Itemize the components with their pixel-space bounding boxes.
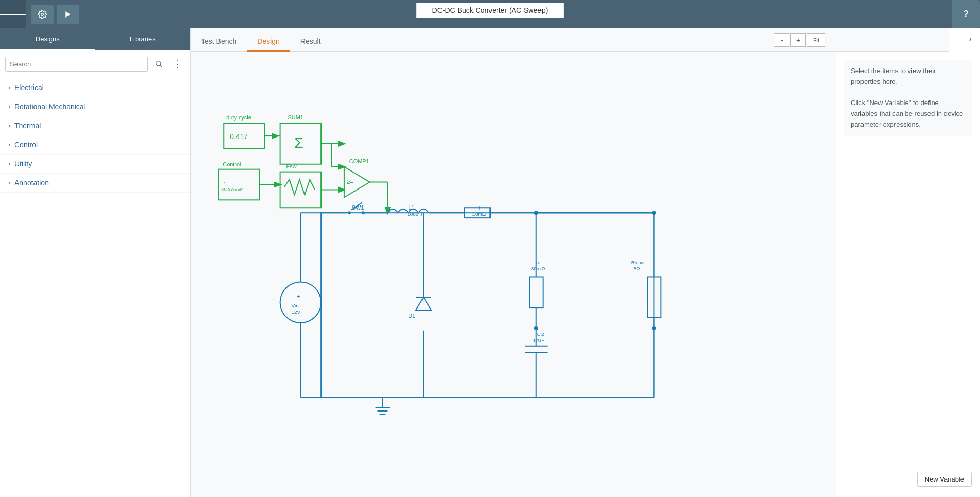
svg-text:SUM1: SUM1 [288,114,303,121]
svg-text:COMP1: COMP1 [349,158,369,164]
svg-rect-33 [321,213,654,397]
more-options-button[interactable]: ⋮ [170,56,185,72]
svg-text:C2: C2 [537,331,544,337]
tab-test-bench[interactable]: Test Bench [191,32,247,52]
svg-text:rc: rc [536,260,540,265]
svg-point-87 [652,326,656,330]
zoom-in-button[interactable]: + [790,33,806,47]
chevron-right-icon: › [8,122,10,129]
svg-point-55 [280,282,322,323]
tab-design[interactable]: Design [247,32,290,52]
svg-text:47uF: 47uF [533,337,545,343]
sidebar-item-rotational-mechanical[interactable]: › Rotational Mechanical [0,97,190,116]
svg-text:Control: Control [223,161,241,167]
main-canvas: duty cycle 0.417 SUM1 Σ Control ~ AC SWE… [191,52,836,497]
svg-text:Σ: Σ [294,135,303,151]
chevron-right-icon: › [8,84,10,91]
left-sidebar: Designs Libraries ⋮ › Electrical › Rotat… [0,28,191,497]
design-variables-info: Select the items to view their propertie… [844,60,972,136]
chevron-right-icon: › [8,141,10,148]
sidebar-tab-libraries[interactable]: Libraries [95,28,191,50]
zoom-controls: - + Fit [774,33,825,47]
tab-result[interactable]: Result [290,32,331,52]
svg-point-5 [156,61,161,66]
new-variable-button[interactable]: New Variable [917,472,972,487]
svg-text:duty cycle: duty cycle [226,114,251,121]
top-bar: DC-DC Buck Converter (AC Sweep) ? [0,0,980,28]
svg-text:0.417: 0.417 [230,132,248,141]
sidebar-tabs: Designs Libraries [0,28,190,50]
svg-rect-71 [530,277,543,307]
circuit-diagram[interactable]: duty cycle 0.417 SUM1 Σ Control ~ AC SWE… [191,52,836,497]
sidebar-item-thermal[interactable]: › Thermal [0,116,190,135]
svg-line-6 [160,65,162,67]
svg-text:Fsw: Fsw [286,163,297,169]
svg-text:+: + [296,293,300,300]
zoom-out-button[interactable]: - [774,33,789,47]
svg-text:Rload: Rload [631,260,645,265]
svg-marker-52 [416,297,431,310]
document-title: DC-DC Buck Converter (AC Sweep) [416,3,564,18]
zoom-fit-button[interactable]: Fit [807,33,825,47]
svg-text:30mΩ: 30mΩ [531,266,545,271]
panel-toggle-button[interactable]: › [969,35,972,43]
svg-marker-1 [65,11,70,18]
svg-text:100uH: 100uH [407,211,422,217]
svg-point-0 [41,13,44,15]
svg-text:~: ~ [223,180,225,185]
svg-text:12V: 12V [291,309,300,315]
search-button[interactable] [151,56,166,72]
chevron-right-icon: › [8,160,10,167]
toolbar-buttons [31,5,79,24]
chevron-right-icon: › [8,103,10,110]
right-panel: DESIGN VARIABLES › Select the items to v… [836,28,980,497]
svg-text:≥=: ≥= [347,178,354,185]
settings-button[interactable] [31,5,54,24]
tabs-bar: Test Bench Design Result [191,28,949,52]
sidebar-item-annotation[interactable]: › Annotation [0,174,190,193]
sidebar-item-utility[interactable]: › Utility [0,155,190,174]
svg-text:D1: D1 [408,313,415,319]
help-button[interactable]: ? [952,0,980,28]
svg-text:10mΩ: 10mΩ [472,211,486,217]
svg-text:Vin: Vin [291,303,298,309]
sidebar-search-area: ⋮ [0,50,190,78]
svg-text:5Ω: 5Ω [634,266,640,271]
search-input[interactable] [5,57,148,72]
play-button[interactable] [57,5,79,24]
menu-button[interactable] [0,0,26,28]
svg-point-36 [348,211,351,214]
sidebar-item-electrical[interactable]: › Electrical [0,78,190,97]
svg-text:AC SWEEP: AC SWEEP [221,187,243,192]
sidebar-tab-designs[interactable]: Designs [0,28,95,50]
chevron-right-icon: › [8,179,10,186]
sidebar-item-control[interactable]: › Control [0,135,190,155]
